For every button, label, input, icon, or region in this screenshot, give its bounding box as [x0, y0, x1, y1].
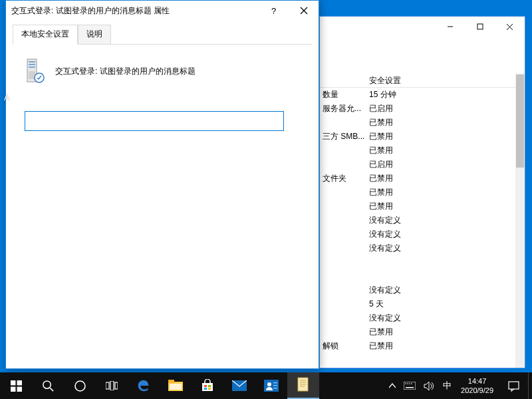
cortana-button[interactable]: [64, 372, 96, 399]
properties-dialog: 交互式登录: 试图登录的用户的消息标题 属性 ? 本地安全设置 说明: [5, 0, 319, 369]
svg-rect-20: [110, 381, 114, 390]
policy-row[interactable]: 没有定义: [320, 311, 515, 325]
policy-list-window: 安全设置 数量15 分钟服务器允...已启用已禁用三方 SMB...已禁用已禁用…: [319, 16, 525, 368]
svg-point-18: [75, 381, 85, 391]
policy-row[interactable]: 已禁用: [320, 200, 515, 213]
dialog-help-button[interactable]: ?: [259, 1, 289, 21]
svg-point-46: [411, 383, 412, 384]
svg-rect-28: [204, 388, 207, 390]
action-center-icon[interactable]: [499, 372, 528, 399]
edge-icon[interactable]: [128, 372, 160, 399]
dialog-titlebar[interactable]: 交互式登录: 试图登录的用户的消息标题 属性 ?: [6, 1, 319, 21]
tray-overflow-icon[interactable]: [385, 372, 400, 399]
dialog-close-button[interactable]: [289, 1, 319, 21]
svg-rect-23: [168, 380, 174, 383]
policy-row[interactable]: 三方 SMB...已禁用: [320, 130, 515, 144]
policy-row[interactable]: 解锁已禁用: [320, 339, 515, 353]
svg-rect-26: [204, 385, 207, 387]
ime-indicator[interactable]: 中: [439, 372, 456, 399]
policy-row[interactable]: 5 天: [320, 297, 515, 311]
tray-keyboard-icon[interactable]: [400, 372, 420, 399]
svg-rect-27: [208, 385, 211, 387]
policy-row[interactable]: 没有定义: [320, 283, 515, 297]
mail-icon[interactable]: [223, 372, 255, 399]
policy-row[interactable]: 没有定义: [320, 241, 515, 255]
secpol-icon[interactable]: [287, 372, 319, 399]
svg-rect-29: [208, 388, 211, 390]
tab-strip: 本地安全设置 说明: [13, 25, 312, 45]
svg-point-16: [43, 380, 50, 388]
policy-server-icon: [25, 58, 46, 84]
bg-close-button[interactable]: [495, 17, 525, 37]
svg-line-17: [50, 388, 53, 391]
policy-row[interactable]: [320, 269, 515, 283]
taskbar: 中 14:47 2020/9/29: [0, 372, 532, 399]
tab-content: 交互式登录: 试图登录的用户的消息标题: [13, 45, 312, 144]
svg-rect-33: [273, 382, 277, 383]
contacts-icon[interactable]: [255, 372, 287, 399]
policy-row[interactable]: 已禁用: [320, 325, 515, 339]
svg-rect-41: [404, 382, 416, 390]
tab-local-security[interactable]: 本地安全设置: [13, 25, 78, 45]
search-button[interactable]: [32, 372, 64, 399]
policy-row[interactable]: [320, 255, 515, 269]
show-desktop-button[interactable]: [528, 372, 532, 399]
svg-rect-42: [406, 387, 414, 388]
bg-maximize-button[interactable]: [465, 17, 495, 37]
svg-point-43: [405, 383, 406, 384]
bg-scroll-thumb[interactable]: [516, 74, 524, 168]
svg-rect-8: [29, 64, 35, 65]
policy-row[interactable]: 已启用: [320, 158, 515, 172]
svg-rect-13: [17, 380, 21, 385]
svg-rect-34: [273, 385, 277, 386]
bg-policy-list[interactable]: 数量15 分钟服务器允...已启用已禁用三方 SMB...已禁用已禁用已启用文件…: [320, 73, 515, 368]
file-explorer-icon[interactable]: [160, 372, 192, 399]
bg-titlebar: [320, 17, 525, 37]
system-tray: 中 14:47 2020/9/29: [385, 372, 532, 399]
dialog-title: 交互式登录: 试图登录的用户的消息标题 属性: [11, 5, 259, 17]
svg-point-45: [409, 383, 410, 384]
message-title-input[interactable]: [25, 111, 284, 131]
svg-rect-35: [273, 388, 277, 388]
store-icon[interactable]: [192, 372, 223, 399]
svg-point-44: [407, 383, 408, 384]
bg-minimize-button[interactable]: [435, 17, 465, 37]
svg-rect-24: [170, 384, 182, 390]
clock-date: 2020/9/29: [461, 386, 493, 395]
tray-volume-icon[interactable]: [420, 372, 439, 399]
policy-row[interactable]: 数量15 分钟: [320, 88, 515, 102]
taskbar-clock[interactable]: 14:47 2020/9/29: [456, 376, 499, 396]
policy-row[interactable]: 没有定义: [320, 213, 515, 227]
svg-rect-14: [11, 386, 15, 391]
svg-rect-1: [477, 24, 483, 29]
svg-rect-12: [11, 380, 15, 385]
desktop-icon-fragment: A: [4, 93, 9, 102]
policy-row[interactable]: 服务器允...已启用: [320, 102, 515, 116]
policy-name-label: 交互式登录: 试图登录的用户的消息标题: [55, 66, 196, 77]
task-view-button[interactable]: [96, 372, 128, 399]
policy-row[interactable]: 已禁用: [320, 144, 515, 158]
policy-row[interactable]: 已禁用: [320, 116, 515, 130]
svg-rect-15: [17, 386, 21, 391]
svg-rect-9: [29, 66, 35, 68]
svg-rect-7: [29, 61, 35, 63]
svg-rect-47: [509, 382, 519, 389]
policy-row[interactable]: 文件夹已禁用: [320, 172, 515, 186]
policy-row[interactable]: 已禁用: [320, 186, 515, 200]
svg-point-32: [267, 382, 271, 386]
policy-row[interactable]: 没有定义: [320, 227, 515, 241]
clock-time: 14:47: [468, 376, 487, 386]
svg-rect-25: [202, 383, 213, 391]
start-button[interactable]: [0, 372, 32, 399]
tab-explain[interactable]: 说明: [78, 25, 111, 44]
svg-rect-21: [115, 382, 118, 389]
svg-rect-19: [106, 382, 109, 389]
bg-scrollbar[interactable]: [515, 73, 525, 368]
